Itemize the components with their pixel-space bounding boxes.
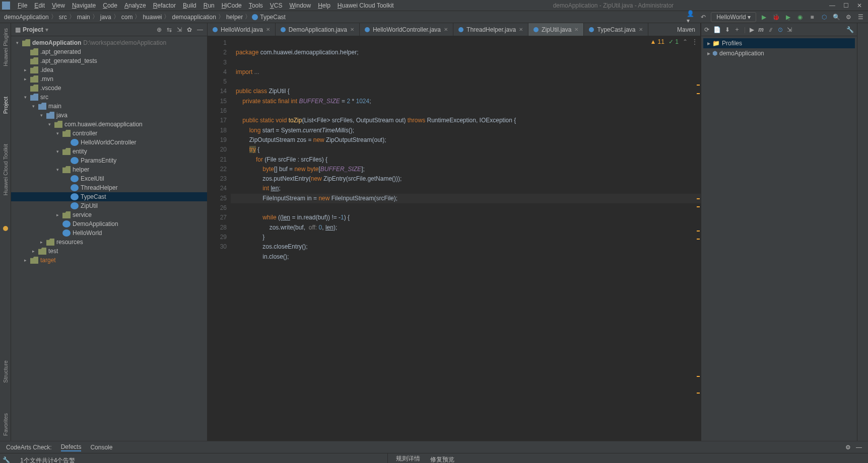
generate-icon[interactable]: 📄 (713, 26, 721, 33)
ok-badge[interactable]: ✓ 1 (669, 38, 679, 45)
profile-icon[interactable]: ◉ (795, 13, 805, 22)
tree-node[interactable]: ▸.idea (11, 65, 207, 74)
tree-node[interactable]: ExcelUtil (11, 174, 207, 183)
app-node[interactable]: ▸⬢demoApplication (703, 48, 855, 58)
tree-node[interactable]: ▾src (11, 93, 207, 102)
rail-structure[interactable]: Structure (3, 360, 9, 383)
debug-icon[interactable]: 🐞 (771, 13, 780, 22)
rail-favorites[interactable]: Favorites (3, 413, 9, 436)
tree-node[interactable]: ▸target (11, 256, 207, 265)
maximize-icon[interactable]: ☐ (843, 2, 849, 9)
tree-node[interactable]: ▾main (11, 102, 207, 111)
tab-defects[interactable]: Defects (61, 443, 82, 451)
breadcrumb-seg[interactable]: src (58, 14, 68, 21)
menu-code[interactable]: Code (99, 2, 121, 9)
menu-file[interactable]: File (14, 2, 31, 9)
menu-huawei-cloud-toolkit[interactable]: Huawei Cloud Toolkit (334, 2, 397, 9)
caret-icon[interactable]: ⌃ (683, 38, 688, 45)
tree-node[interactable]: TypeCast (11, 192, 207, 201)
menu-window[interactable]: Window (286, 2, 314, 9)
profiles-node[interactable]: ▸📁Profiles (703, 38, 855, 48)
rail-hc-toolkit[interactable]: Huawei Cloud Toolkit (3, 144, 9, 196)
tree-node[interactable]: .vscode (11, 84, 207, 93)
warnings-badge[interactable]: ▲ 11 (650, 38, 664, 45)
gear2-icon[interactable]: ⚙ (845, 444, 851, 451)
tree-node[interactable]: .apt_generated (11, 47, 207, 56)
menu-refactor[interactable]: Refactor (150, 2, 179, 9)
search-icon[interactable]: 🔍 (832, 13, 841, 22)
back-icon[interactable]: ↶ (699, 13, 708, 22)
hide2-icon[interactable]: — (856, 444, 862, 451)
code-text[interactable]: package com.huawei.demoapplication.helpe… (231, 36, 701, 441)
tab-fix-preview[interactable]: 修复预览 (430, 455, 454, 463)
locate-icon[interactable]: ⊕ (157, 26, 162, 33)
breadcrumb-seg[interactable]: com (120, 14, 134, 21)
breadcrumb-seg[interactable]: TypeCast (259, 14, 287, 21)
run-icon[interactable]: ▶ (759, 13, 768, 22)
tree-node[interactable]: ThreadHelper (11, 183, 207, 192)
tab-console[interactable]: Console (90, 444, 112, 451)
m-icon[interactable]: m (758, 26, 764, 33)
breadcrumb-seg[interactable]: demoapplication (171, 14, 217, 21)
offline-icon[interactable]: ⊙ (778, 26, 783, 33)
collapse-icon[interactable]: ⇲ (177, 26, 182, 33)
tree-node[interactable]: .apt_generated_tests (11, 56, 207, 65)
tree-root[interactable]: ▾demoApplication D:\workspace\demoApplic… (11, 38, 207, 47)
download-icon[interactable]: ⬇ (725, 26, 730, 33)
stop-icon[interactable]: ■ (808, 13, 817, 22)
editor-tab[interactable]: HelloWorldController.java✕ (360, 23, 453, 36)
coverage-icon[interactable]: ▶̤ (783, 13, 792, 22)
breadcrumb-seg[interactable]: helper (225, 14, 244, 21)
rail-huawei-plugins[interactable]: Huawei Plugins (3, 28, 9, 66)
tree-node[interactable]: ▾entity (11, 147, 207, 156)
code-editor[interactable]: 123451415161718192021222324252627282930 … (208, 36, 701, 441)
maven-tree[interactable]: ▸📁Profiles ▸⬢demoApplication (701, 36, 857, 60)
expand-icon[interactable]: ⇆ (167, 26, 172, 33)
tree-node[interactable]: ZipUtil (11, 201, 207, 210)
skip-icon[interactable]: ⫽ (768, 26, 774, 33)
tree-node[interactable]: ▾com.huawei.demoapplication (11, 120, 207, 129)
menu-navigate[interactable]: Navigate (69, 2, 99, 9)
rail-project[interactable]: Project (3, 97, 9, 114)
tab-codearts[interactable]: CodeArts Check: (6, 444, 52, 451)
tree-node[interactable]: ▸resources (11, 238, 207, 247)
editor-tab[interactable]: HelloWorld.java✕ (208, 23, 276, 36)
breadcrumb-seg[interactable]: huawei (142, 14, 163, 21)
collapse2-icon[interactable]: ⇲ (787, 26, 792, 33)
menu-edit[interactable]: Edit (31, 2, 48, 9)
breadcrumb-seg[interactable]: demoApplication (3, 14, 50, 21)
tree-node[interactable]: ▾controller (11, 129, 207, 138)
tree-node[interactable]: HelloWorld (11, 228, 207, 238)
tree-node[interactable]: ▸service (11, 210, 207, 219)
run-config-select[interactable]: HelloWorld ▾ (711, 12, 756, 22)
tree-node[interactable]: HelloWorldController (11, 138, 207, 147)
editor-tab[interactable]: ThreadHelper.java✕ (453, 23, 528, 36)
tab-rule-detail[interactable]: 规则详情 (396, 454, 420, 464)
editor-tab[interactable]: DemoApplication.java✕ (276, 23, 360, 36)
close-icon[interactable]: ✕ (857, 2, 862, 9)
settings-icon[interactable]: ⚙ (844, 13, 853, 22)
add-icon[interactable]: ＋ (734, 25, 740, 34)
menu-vcs[interactable]: VCS (266, 2, 286, 9)
wrench2-icon[interactable]: 🔧 (3, 456, 10, 463)
tree-node[interactable]: ▸.mvn (11, 74, 207, 84)
tree-node[interactable]: DemoApplication (11, 219, 207, 228)
user-icon[interactable]: 👤▾ (687, 13, 696, 22)
tree-node[interactable]: ▾java (11, 111, 207, 120)
run2-icon[interactable]: ▶ (750, 26, 754, 33)
menu-hicode[interactable]: HiCode (218, 2, 245, 9)
project-tree[interactable]: ▾demoApplication D:\workspace\demoApplic… (11, 36, 207, 441)
gear-icon[interactable]: ✿ (187, 26, 192, 33)
menu-view[interactable]: View (48, 2, 69, 9)
breadcrumb-seg[interactable]: java (99, 14, 112, 21)
wrench-icon[interactable]: 🔧 (846, 26, 854, 33)
menu-tools[interactable]: Tools (245, 2, 266, 9)
git-icon[interactable]: ⬡ (820, 13, 829, 22)
menu-analyze[interactable]: Analyze (121, 2, 150, 9)
breadcrumb-seg[interactable]: main (76, 14, 91, 21)
minimize-icon[interactable]: — (829, 2, 835, 9)
hide-icon[interactable]: — (197, 26, 203, 33)
tree-node[interactable]: ParamsEntity (11, 156, 207, 165)
menu-run[interactable]: Run (200, 2, 218, 9)
maven-tab[interactable]: Maven (672, 23, 701, 36)
